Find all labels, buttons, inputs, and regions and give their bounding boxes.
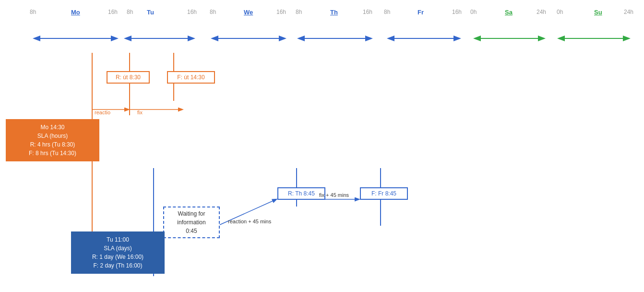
hour-8h-start: 8h	[30, 9, 36, 15]
hour-24h-su: 24h	[624, 9, 633, 15]
waiting-sub: information	[168, 218, 215, 227]
hour-8h-th: 8h	[296, 9, 302, 15]
hour-16h-we: 16h	[276, 9, 286, 15]
day-we: We	[244, 9, 253, 16]
hour-16h-th: 16h	[363, 9, 372, 15]
reaction-arrow-label: reaction + 45 mins	[228, 219, 271, 224]
info-line2-3: R: 1 day (We 16:00)	[77, 253, 159, 261]
day-sa: Sa	[505, 9, 513, 16]
fix-deadline-box-1: F: út 14:30	[167, 71, 215, 84]
day-th: Th	[330, 9, 338, 16]
info-line2-1: Tu 11:00	[77, 235, 159, 244]
reaction-time-1-label: R: út 8:30	[116, 74, 141, 81]
day-fr: Fr	[417, 9, 424, 16]
reaction-deadline-box-2: R: Th 8:45	[277, 187, 325, 200]
hour-24h-sa: 24h	[537, 9, 546, 15]
info-line3: R: 4 hrs (Tu 8:30)	[12, 140, 94, 149]
waiting-value: 0:45	[168, 227, 215, 235]
hour-8h-tu: 8h	[127, 9, 133, 15]
info-line2-4: F: 2 day (Th 16:00)	[77, 261, 159, 270]
day-su: Su	[594, 9, 602, 16]
reaction-label: reactio	[95, 110, 110, 115]
info-line2-2: SLA (days)	[77, 244, 159, 253]
reaction-deadline-box-1: R: út 8:30	[107, 71, 150, 84]
day-mo: Mo	[71, 9, 80, 16]
fix-time-2-label: F: Fr 8:45	[371, 190, 396, 197]
hour-0h-sa: 0h	[470, 9, 477, 15]
hour-16h-fr: 16h	[452, 9, 462, 15]
waiting-info-box: Waiting for information 0:45	[163, 207, 220, 238]
info-line4: F: 8 hrs (Tu 14:30)	[12, 149, 94, 158]
hour-16h-mo: 16h	[108, 9, 118, 15]
info-box-days: Tu 11:00 SLA (days) R: 1 day (We 16:00) …	[71, 231, 165, 274]
hour-8h-fr: 8h	[384, 9, 390, 15]
fix-deadline-box-2: F: Fr 8:45	[360, 187, 408, 200]
fix-label: fix	[137, 110, 143, 115]
fix-time-1-label: F: út 14:30	[177, 74, 204, 81]
info-box-hours: Mo 14:30 SLA (hours) R: 4 hrs (Tu 8:30) …	[6, 119, 99, 161]
hour-16h-tu: 16h	[187, 9, 197, 15]
info-line2: SLA (hours)	[12, 132, 94, 140]
waiting-title: Waiting for	[168, 209, 215, 218]
hour-8h-we: 8h	[210, 9, 216, 15]
fix-arrow-label: fix + 45 mins	[319, 192, 349, 198]
day-tu: Tu	[147, 9, 154, 16]
hour-0h-su: 0h	[557, 9, 563, 15]
reaction-time-2-label: R: Th 8:45	[288, 190, 315, 197]
info-line1: Mo 14:30	[12, 123, 94, 132]
